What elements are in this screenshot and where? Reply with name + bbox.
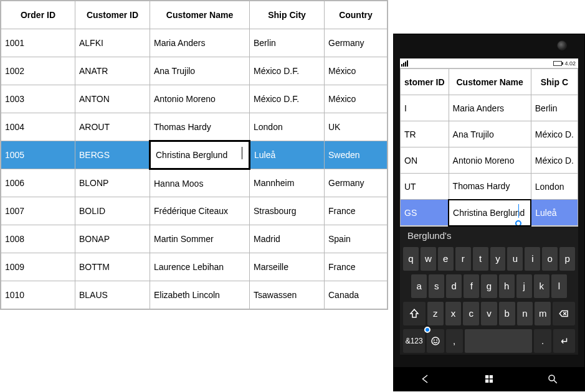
key-s[interactable]: s [429,274,444,298]
table-row[interactable]: TRAna TrujiloMéxico D. [401,121,578,147]
caret-handle-icon[interactable] [515,220,521,226]
cell-customer-name[interactable]: Ana Trujilo [150,57,250,85]
header-customer-name[interactable]: Customer Name [150,1,250,29]
search-button[interactable] [540,367,565,391]
cell-ship-city[interactable]: London [250,113,325,141]
cell-ship-city[interactable]: Berlin [250,29,325,57]
cell-customer-name[interactable]: Thomas Hardy [449,174,531,200]
cell-order-id[interactable]: 1005 [1,141,75,169]
cell-customer-id[interactable]: UT [401,174,449,200]
cell-customer-id[interactable]: I [401,95,449,121]
cell-customer-id[interactable]: BONAP [75,225,150,253]
mobile-header-ship-city[interactable]: Ship C [531,69,578,95]
cell-customer-name[interactable]: Hanna Moos [150,169,250,197]
cell-country[interactable]: Canada [325,281,388,309]
cell-customer-name[interactable]: Frédérique Citeaux [150,197,250,225]
cell-order-id[interactable]: 1009 [1,253,75,281]
table-row[interactable]: IMaria AndersBerlin [401,95,578,121]
cell-order-id[interactable]: 1004 [1,113,75,141]
table-row[interactable]: 1005BERGSLuleåSweden [1,141,388,169]
table-row[interactable]: ONAntonio MorenoMéxico D. [401,147,578,174]
cell-ship-city[interactable]: London [531,174,578,200]
key-x[interactable]: x [445,302,462,325]
cell-ship-city[interactable]: México D.F. [250,85,325,113]
cell-customer-id[interactable]: BERGS [75,141,150,169]
cell-customer-id[interactable]: BLONP [75,169,150,197]
key-h[interactable]: h [499,274,515,298]
table-row[interactable]: GSLuleå [401,200,578,226]
header-customer-id[interactable]: Customer ID [75,1,150,29]
cell-customer-name[interactable]: Maria Anders [150,29,250,57]
cell-ship-city[interactable]: Strasbourg [250,197,325,225]
key-u[interactable]: u [507,247,523,271]
cell-ship-city[interactable]: Luleå [250,141,325,169]
cell-customer-name[interactable] [449,200,531,226]
cell-customer-id[interactable]: ANTON [75,85,150,113]
cell-order-id[interactable]: 1001 [1,29,75,57]
cell-customer-name[interactable]: Laurence Lebihan [150,253,250,281]
table-row[interactable]: 1007BOLIDFrédérique CiteauxStrasbourgFra… [1,197,388,225]
period-key[interactable]: . [534,329,551,353]
cell-country[interactable]: México [325,85,388,113]
cell-country[interactable]: Spain [325,225,388,253]
table-row[interactable]: UTThomas HardyLondon [401,174,578,200]
header-order-id[interactable]: Order ID [1,1,75,29]
cell-country[interactable]: UK [325,113,388,141]
cell-customer-name[interactable]: Antonio Moreno [449,147,531,174]
comma-key[interactable]: , [446,329,463,353]
key-r[interactable]: r [455,247,471,271]
key-t[interactable]: t [473,247,488,271]
cell-customer-id[interactable]: AROUT [75,113,150,141]
cell-customer-name[interactable]: Antonio Moreno [150,85,250,113]
key-n[interactable]: n [517,302,533,325]
cell-country[interactable]: France [325,197,388,225]
table-row[interactable]: 1010BLAUSElizabeth LincolnTsawassenCanad… [1,281,388,309]
table-row[interactable]: 1009BOTTMLaurence LebihanMarseilleFrance [1,253,388,281]
header-ship-city[interactable]: Ship City [250,1,325,29]
cell-customer-name[interactable]: Elizabeth Lincoln [150,281,250,309]
key-k[interactable]: k [534,274,549,298]
cell-country[interactable]: Germany [325,169,388,197]
key-c[interactable]: c [463,302,479,325]
symbols-key[interactable]: &123 [403,329,425,353]
cell-ship-city[interactable]: Tsawassen [250,281,325,309]
mobile-data-grid[interactable]: stomer ID Customer Name Ship C IMaria An… [400,68,578,226]
key-w[interactable]: w [421,247,436,271]
cell-customer-name[interactable]: Maria Anders [449,95,531,121]
cell-customer-name[interactable] [150,141,250,169]
header-country[interactable]: Country [325,1,388,29]
space-key[interactable] [465,329,533,353]
cell-ship-city[interactable]: Berlin [531,95,578,121]
table-row[interactable]: 1003ANTONAntonio MorenoMéxico D.F.México [1,85,388,113]
cell-customer-name[interactable]: Thomas Hardy [150,113,250,141]
cell-ship-city[interactable]: México D. [531,147,578,174]
cell-order-id[interactable]: 1006 [1,169,75,197]
cell-order-id[interactable]: 1008 [1,225,75,253]
table-row[interactable]: 1004AROUTThomas HardyLondonUK [1,113,388,141]
cell-ship-city[interactable]: Madrid [250,225,325,253]
key-j[interactable]: j [516,274,532,298]
cell-customer-name[interactable]: Ana Trujilo [449,121,531,147]
key-z[interactable]: z [427,302,444,325]
cell-ship-city[interactable]: Mannheim [250,169,325,197]
key-o[interactable]: o [542,247,558,271]
key-g[interactable]: g [481,274,497,298]
cell-customer-id[interactable]: ALFKI [75,29,150,57]
key-d[interactable]: d [446,274,462,298]
key-p[interactable]: p [559,247,575,271]
cell-edit-input[interactable] [155,144,245,166]
key-y[interactable]: y [490,247,506,271]
cell-customer-id[interactable]: BLAUS [75,281,150,309]
key-q[interactable]: q [403,247,419,271]
key-v[interactable]: v [481,302,497,325]
shift-key[interactable] [403,302,426,325]
cell-customer-id[interactable]: BOTTM [75,253,150,281]
windows-button[interactable] [477,367,502,391]
cell-customer-id[interactable]: BOLID [75,197,150,225]
cell-customer-name[interactable]: Martin Sommer [150,225,250,253]
key-l[interactable]: l [551,274,567,298]
desktop-data-grid[interactable]: Order ID Customer ID Customer Name Ship … [0,0,388,310]
cell-ship-city[interactable]: Marseille [250,253,325,281]
cell-customer-id[interactable]: ANATR [75,57,150,85]
cell-country[interactable]: Germany [325,29,388,57]
